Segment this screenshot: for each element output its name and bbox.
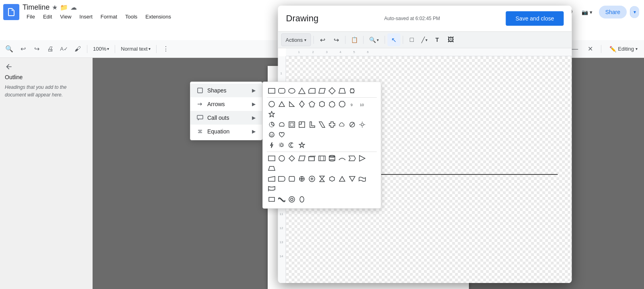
shape-flow-hexagon[interactable] xyxy=(347,154,357,163)
shape-rounded-rect[interactable] xyxy=(277,86,287,96)
editing-dropdown[interactable]: ✏️ Editing ▾ xyxy=(606,44,641,54)
shape-trapezoid[interactable] xyxy=(337,86,347,96)
toolbar-print[interactable]: 🖨 xyxy=(44,43,56,55)
doc-title[interactable]: Timeline xyxy=(23,3,50,12)
zoom-dropdown[interactable]: 100% ▾ xyxy=(91,45,111,53)
shape-cloud[interactable] xyxy=(337,120,347,129)
shape-rectangle[interactable] xyxy=(267,86,277,96)
shape-sum[interactable] xyxy=(307,174,317,184)
shape-flow-parallelogram[interactable] xyxy=(297,154,307,163)
line-tool-button[interactable]: ╱ ▾ xyxy=(419,33,430,46)
toolbar-paint[interactable]: 🖌 xyxy=(72,43,84,55)
shape-flow-triangle[interactable] xyxy=(357,154,367,163)
text-style-dropdown[interactable]: Normal text ▾ xyxy=(118,45,153,53)
actions-button[interactable]: Actions ▾ xyxy=(281,33,311,46)
menu-view[interactable]: View xyxy=(56,12,75,21)
shape-diamond[interactable] xyxy=(327,86,337,96)
video-icon[interactable]: 📷 ▾ xyxy=(578,8,596,17)
shape-wave[interactable] xyxy=(277,195,287,204)
shape-parallelogram[interactable] xyxy=(317,86,327,96)
shape-snip-rect[interactable] xyxy=(307,86,317,96)
shape-half-frame[interactable] xyxy=(297,120,307,129)
shape-smiley[interactable] xyxy=(267,130,277,139)
menu-tools[interactable]: Tools xyxy=(121,12,141,21)
menu-extensions[interactable]: Extensions xyxy=(141,12,175,21)
select-tool-button[interactable]: ↖ xyxy=(387,33,400,46)
shape-up-triangle[interactable] xyxy=(337,174,347,184)
shape-rect-sm[interactable] xyxy=(267,195,277,204)
shape-cross[interactable] xyxy=(327,120,337,129)
shape-flow-rect2[interactable] xyxy=(317,154,327,163)
shape-iso-triangle[interactable] xyxy=(277,99,287,109)
shape-rhombus[interactable] xyxy=(297,99,307,109)
shape-l-shape[interactable] xyxy=(307,120,317,129)
shape-tape[interactable] xyxy=(357,174,367,184)
shape-gear[interactable] xyxy=(277,140,287,150)
shape-chord[interactable] xyxy=(277,120,287,129)
shape-tool-button[interactable]: □ xyxy=(405,33,418,46)
shape-moon[interactable] xyxy=(287,140,297,150)
shape-flow-trapezoid[interactable] xyxy=(267,164,277,173)
shape-flow-3d[interactable] xyxy=(307,154,317,163)
shape-nonagon[interactable]: 9 xyxy=(347,99,357,109)
shape-star[interactable] xyxy=(267,109,277,119)
shape-star2[interactable] xyxy=(297,140,307,150)
shape-frame[interactable] xyxy=(287,120,297,129)
shape-cross2[interactable] xyxy=(297,174,307,184)
toolbar-search[interactable]: 🔍 xyxy=(3,43,15,55)
save-close-button[interactable]: Save and close xyxy=(506,11,564,26)
shape-triangle[interactable] xyxy=(297,86,307,96)
shape-pentagon[interactable] xyxy=(307,99,317,109)
star-icon[interactable]: ★ xyxy=(52,4,58,11)
shape-flow-arc[interactable] xyxy=(337,154,347,163)
shape-down-triangle[interactable] xyxy=(347,174,357,184)
folder-icon[interactable]: 📁 xyxy=(60,4,68,11)
text-tool-button[interactable]: T xyxy=(431,33,444,46)
menu-format[interactable]: Format xyxy=(97,12,121,21)
menu-item-arrows[interactable]: Arrows ▶ xyxy=(190,97,262,111)
shape-heart[interactable] xyxy=(277,130,287,139)
menu-item-equation[interactable]: Equation ▶ xyxy=(190,125,262,138)
shape-hourglass[interactable] xyxy=(317,174,327,184)
shape-delay[interactable] xyxy=(277,174,287,184)
shape-sun[interactable] xyxy=(357,120,367,129)
shape-donut[interactable] xyxy=(287,195,297,204)
shape-diagonal-stripe[interactable] xyxy=(317,120,327,129)
shape-hexagon[interactable] xyxy=(317,99,327,109)
menu-insert[interactable]: Insert xyxy=(75,12,97,21)
shape-no-symbol[interactable] xyxy=(347,120,357,129)
toolbar-undo[interactable]: ↩ xyxy=(17,43,29,55)
shape-oval[interactable] xyxy=(287,86,297,96)
shape-flag[interactable] xyxy=(267,184,277,194)
toolbar-spellcheck[interactable]: A✓ xyxy=(58,43,70,55)
shape-octagon[interactable] xyxy=(337,99,347,109)
back-button[interactable] xyxy=(5,63,88,71)
shape-decagon[interactable]: 10 xyxy=(357,99,367,109)
shape-right-triangle[interactable] xyxy=(287,99,297,109)
menu-item-callouts[interactable]: Call outs ▶ xyxy=(190,111,262,125)
menu-edit[interactable]: Edit xyxy=(39,12,56,21)
shape-flow-cylinder[interactable] xyxy=(327,154,337,163)
shape-flow-diamond[interactable] xyxy=(287,154,297,163)
toolbar-close-banner[interactable]: ✕ xyxy=(584,43,596,55)
menu-file[interactable]: File xyxy=(23,12,39,21)
image-tool-button[interactable]: 🖼 xyxy=(444,33,457,46)
menu-item-shapes[interactable]: Shapes ▶ xyxy=(190,84,262,97)
shape-heptagon[interactable] xyxy=(327,99,337,109)
shape-circle[interactable] xyxy=(267,99,277,109)
zoom-button[interactable]: 🔍 ▾ xyxy=(366,33,382,46)
shape-stadium[interactable] xyxy=(347,86,357,96)
shape-lightning[interactable] xyxy=(267,140,277,150)
share-button[interactable]: Share xyxy=(599,6,627,18)
shape-manual-input[interactable] xyxy=(267,174,277,184)
toolbar-more[interactable]: ⋮ xyxy=(160,43,172,55)
shape-store[interactable] xyxy=(327,174,337,184)
shape-flow-rect[interactable] xyxy=(267,154,277,163)
toolbar-redo[interactable]: ↪ xyxy=(31,43,43,55)
shape-oval2[interactable] xyxy=(297,195,307,204)
undo-button[interactable]: ↩ xyxy=(316,33,329,46)
cloud-icon[interactable]: ☁ xyxy=(70,4,77,11)
shape-pie[interactable] xyxy=(267,120,277,129)
shape-seq-data[interactable] xyxy=(287,174,297,184)
docs-app-icon[interactable] xyxy=(3,4,19,20)
